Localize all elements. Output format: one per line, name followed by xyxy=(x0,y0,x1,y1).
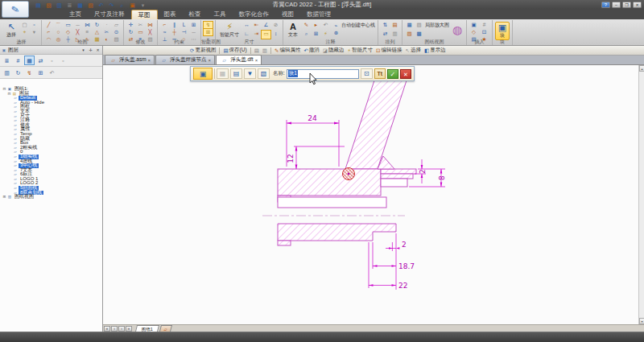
smart-sketch-tool-icon[interactable]: ⊞ xyxy=(204,29,213,35)
panel-collapse-icon[interactable]: ▾ xyxy=(80,47,86,52)
annotation-tool-icon[interactable]: ⌕ xyxy=(302,31,311,39)
view-tool-icon[interactable]: ▧ xyxy=(405,31,414,39)
scroll-down-icon[interactable]: ▾ xyxy=(639,318,644,324)
draw-tool-icon[interactable]: ╱ xyxy=(44,22,53,28)
modify-tool-icon[interactable]: ╳ xyxy=(146,29,155,35)
annotation-tool-icon[interactable]: ⚡ xyxy=(321,31,330,39)
tab-tools[interactable]: 工具 xyxy=(208,10,233,19)
view-tool-icon[interactable]: ▩ xyxy=(415,31,423,39)
smart-sketch-tool-icon[interactable]: ↯ xyxy=(204,22,213,28)
draw-tool-icon[interactable]: ⊙ xyxy=(112,29,121,35)
thin-plate-upper[interactable] xyxy=(381,169,416,174)
draw-tool-icon[interactable]: ⋈ xyxy=(83,22,92,28)
expand-icon[interactable]: ⊟ xyxy=(2,87,6,92)
dimension-tool-icon[interactable]: ⇤ xyxy=(252,22,261,30)
layers-tool-icon[interactable]: ▫ xyxy=(58,56,68,65)
restore-button[interactable]: ❐ xyxy=(622,2,631,8)
draw-tool-icon[interactable]: ✂ xyxy=(102,29,111,35)
block-link-icon[interactable]: ⊡ xyxy=(361,68,373,79)
select-tool-icon[interactable]: ▫ xyxy=(30,22,39,28)
layers-tool-icon[interactable]: ▥ xyxy=(2,68,12,77)
first-sheet-button[interactable]: « xyxy=(104,326,110,332)
save-button[interactable]: ▤保存(U) xyxy=(223,47,246,54)
select-tool-icon[interactable]: ▾ xyxy=(30,29,39,35)
insert-tool-icon[interactable]: ⊡ xyxy=(480,29,489,35)
tab-diagram[interactable]: 图表 xyxy=(158,10,183,19)
constraint-tool-icon[interactable]: ┼ xyxy=(170,29,179,35)
doc-tab-weld-node[interactable]: ▱ 浮头盖焊接节点 × xyxy=(155,55,215,64)
block-option-icon[interactable]: ▧ xyxy=(258,68,270,79)
layers-tool-icon[interactable]: ▫ xyxy=(47,56,57,65)
panel-pin-icon[interactable]: ✛ xyxy=(88,47,93,52)
quick-access-icon[interactable]: ▥ xyxy=(55,1,64,10)
dimension-tool-icon[interactable]: ∠ xyxy=(262,22,270,30)
draw-tool-icon[interactable]: ─ xyxy=(73,22,82,28)
insert-tool-icon[interactable]: ▣ xyxy=(469,22,478,28)
annotation-tool-icon[interactable]: ✎ xyxy=(302,22,311,30)
tab-dimension-annotation[interactable]: 尺寸及注释 xyxy=(88,10,131,19)
draw-tool-icon[interactable]: ▭ xyxy=(64,22,72,28)
diagonal-nozzle-section[interactable] xyxy=(345,80,407,169)
layers-tool-icon[interactable]: ↯ xyxy=(24,68,35,77)
flange-section[interactable] xyxy=(278,169,381,196)
draw-tool-icon[interactable]: ≡ xyxy=(83,29,92,35)
view-tool-icon[interactable]: ▨ xyxy=(415,22,423,30)
show-edges-button[interactable]: ◧显示边 xyxy=(424,47,446,54)
gasket-gap[interactable] xyxy=(381,179,407,187)
edit-properties-button[interactable]: ✎编辑属性 xyxy=(275,47,300,54)
constraint-tool-icon[interactable]: ⊣ xyxy=(180,29,188,35)
constraint-tool-icon[interactable]: ⊞ xyxy=(189,22,198,28)
doc-tab-assembly[interactable]: ▱ 浮头盖.asm × xyxy=(105,55,155,64)
quick-access-icon[interactable]: ▧ xyxy=(44,1,53,10)
annotation-tool-icon[interactable]: ⊞ xyxy=(312,31,320,39)
detail-view-button[interactable]: 局部放大图 xyxy=(425,22,449,29)
modify-tool-icon[interactable]: ↻ xyxy=(126,29,135,35)
draw-tool-icon[interactable]: ↻ xyxy=(93,22,101,28)
quick-access-icon[interactable]: ↷ xyxy=(107,1,116,10)
constraint-tool-icon[interactable]: L xyxy=(180,22,188,28)
dimension-tool-icon[interactable]: ⊘ xyxy=(271,22,280,30)
arrange-tool-icon[interactable]: ▥ xyxy=(390,31,399,39)
layers-toolbar-row1[interactable]: ≣#▦⇄▫▫ xyxy=(0,55,102,67)
tab-close-icon[interactable]: × xyxy=(255,58,258,63)
draw-tool-icon[interactable]: · xyxy=(102,22,111,28)
model-tab[interactable]: ▱ xyxy=(159,325,172,332)
annotation-tool-icon[interactable]: ▸ xyxy=(312,22,320,30)
drawing-canvas[interactable]: 24 12 2 8 2 18.7 22 ▣ ▦ ▤ ▼ xyxy=(103,65,644,324)
layers-tool-icon[interactable]: ↶ xyxy=(47,68,57,77)
last-sheet-button[interactable]: » xyxy=(126,326,132,332)
next-sheet-button[interactable]: › xyxy=(118,326,125,332)
select-tool-icon[interactable]: ▢ xyxy=(20,22,29,28)
help-icon[interactable]: ? xyxy=(601,2,610,8)
application-menu-button[interactable]: ✎ xyxy=(2,1,29,18)
draw-tool-icon[interactable]: ◇ xyxy=(64,29,72,35)
shell-band[interactable] xyxy=(278,197,386,208)
smart-dimension-button[interactable]: ⚡ 智能尺寸 xyxy=(218,22,241,39)
annotation-tool-icon[interactable]: ↶ xyxy=(321,22,330,30)
draw-tool-icon[interactable]: ▱ xyxy=(112,22,121,28)
tab-digital-collaboration[interactable]: 数字化合作 xyxy=(233,10,276,19)
update-view-button[interactable]: ⟳更新视图 xyxy=(190,47,216,54)
dimension-tool-icon[interactable]: ∟ xyxy=(242,31,251,39)
lower-plate-section[interactable] xyxy=(278,224,396,241)
constraint-tool-icon[interactable]: ∥ xyxy=(170,22,179,28)
constraint-tool-icon[interactable]: ⌐ xyxy=(160,22,169,28)
tab-close-icon[interactable]: × xyxy=(148,58,151,63)
scroll-up-icon[interactable]: ▴ xyxy=(639,65,644,72)
cancel-button[interactable]: ✕ xyxy=(400,69,411,79)
layers-tool-icon[interactable]: ↻ xyxy=(13,68,23,77)
center-mark-button[interactable]: ⊕ xyxy=(332,30,375,36)
quick-access-icon[interactable]: ▨ xyxy=(86,1,95,10)
block-name-input[interactable]: 块1 xyxy=(287,69,359,79)
dimension-tool-icon[interactable]: ⇥ xyxy=(252,31,261,39)
quick-access-icon[interactable]: ▣ xyxy=(128,1,137,10)
draw-tool-icon[interactable]: ⌐ xyxy=(44,29,53,35)
arrange-tool-icon[interactable]: ▤ xyxy=(390,22,399,30)
block-button[interactable]: ▣ 块 xyxy=(495,22,510,40)
section-geometry[interactable] xyxy=(278,80,416,245)
accept-button[interactable]: ✓ xyxy=(387,69,398,79)
tab-view[interactable]: 视图 xyxy=(275,10,300,19)
constraint-tool-icon[interactable]: ≈ xyxy=(160,29,169,35)
expand-icon[interactable]: ⊟ xyxy=(7,92,11,97)
draw-tool-icon[interactable]: △ xyxy=(93,29,101,35)
